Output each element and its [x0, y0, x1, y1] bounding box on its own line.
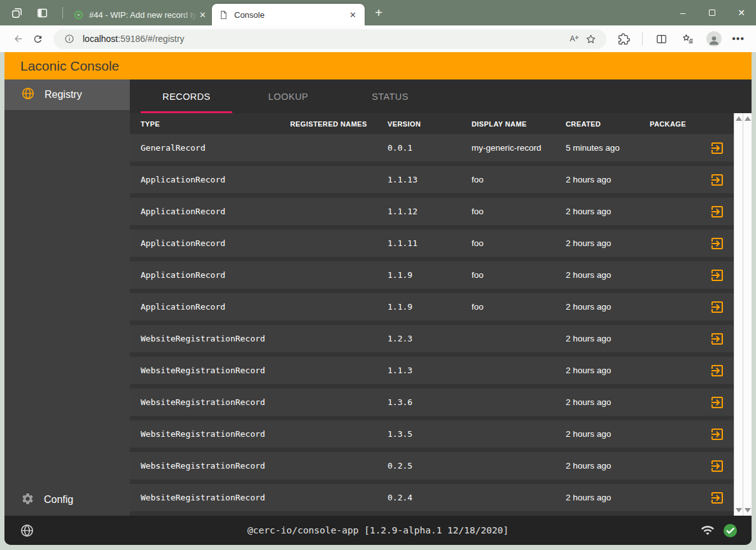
toolbar-separator	[642, 32, 643, 45]
document-icon	[218, 10, 229, 20]
cell-type: ApplicationRecord	[141, 207, 290, 216]
cell-type: WebsiteRegistrationRecord	[141, 429, 290, 439]
page-scrollbar[interactable]	[743, 113, 752, 516]
gear-icon	[21, 492, 34, 508]
scroll-up-icon[interactable]	[745, 116, 751, 121]
column-header: DISPLAY NAME	[472, 120, 566, 128]
sidebar: Registry Config	[4, 79, 130, 516]
sidebar-item-label: Registry	[45, 89, 82, 100]
cell-display-name: foo	[472, 238, 566, 248]
table-row[interactable]: ApplicationRecord 1.1.9 foo 2 hours ago	[130, 261, 734, 293]
exit-to-app-icon[interactable]	[710, 331, 725, 347]
page-title: Laconic Console	[20, 58, 119, 74]
table-row[interactable]: WebsiteRegistrationRecord 0.2.4 2 hours …	[130, 484, 734, 516]
table-row[interactable]: ApplicationRecord 1.1.12 foo 2 hours ago	[130, 198, 734, 230]
exit-to-app-icon[interactable]	[710, 172, 725, 188]
cell-type: ApplicationRecord	[141, 238, 290, 248]
new-tab-button[interactable]: +	[370, 4, 388, 22]
exit-to-app-icon[interactable]	[710, 458, 725, 474]
scroll-up-icon[interactable]	[736, 116, 742, 121]
registry-tabs: RECORDS LOOKUP STATUS	[130, 79, 752, 113]
close-tab-icon[interactable]: ✕	[347, 10, 358, 20]
table-row[interactable]: WebsiteRegistrationRecord 1.2.3 2 hours …	[130, 325, 734, 357]
cell-version: 0.2.5	[388, 461, 472, 471]
cell-created: 2 hours ago	[566, 302, 650, 312]
cell-display-name: foo	[472, 207, 566, 216]
column-header: PACKAGE	[650, 120, 734, 128]
refresh-icon[interactable]	[28, 29, 47, 48]
tab-status[interactable]: STATUS	[344, 79, 436, 113]
cell-created: 2 hours ago	[566, 429, 650, 439]
address-bar[interactable]: localhost:59186/#/registry A	[53, 29, 606, 49]
exit-to-app-icon[interactable]	[710, 427, 725, 442]
cell-created: 2 hours ago	[566, 461, 650, 471]
sidebar-item-config[interactable]: Config	[4, 485, 130, 514]
table-row[interactable]: WebsiteRegistrationRecord 1.3.5 2 hours …	[130, 420, 734, 452]
browser-tab-pr[interactable]: #44 - WIP: Add new record types ✕	[67, 4, 212, 25]
star-icon[interactable]	[582, 31, 599, 47]
browser-tab-console[interactable]: Console ✕	[212, 4, 365, 25]
collections-icon[interactable]	[680, 31, 696, 47]
exit-to-app-icon[interactable]	[710, 204, 725, 219]
puzzle-icon[interactable]	[615, 31, 632, 47]
exit-to-app-icon[interactable]	[710, 363, 725, 378]
table-header: TYPE REGISTERED NAMES VERSION DISPLAY NA…	[130, 113, 734, 134]
split-screen-icon[interactable]	[653, 31, 669, 47]
tab-lookup[interactable]: LOOKUP	[242, 79, 334, 113]
cell-created: 2 hours ago	[566, 207, 650, 216]
workspaces-icon[interactable]	[10, 6, 23, 19]
table-row[interactable]: GeneralRecord 0.0.1 my-generic-record 5 …	[130, 134, 734, 166]
cell-created: 2 hours ago	[566, 366, 650, 375]
avatar-icon[interactable]	[706, 31, 722, 46]
cell-display-name: my-generic-record	[472, 143, 566, 153]
cell-type: WebsiteRegistrationRecord	[141, 366, 290, 375]
read-aloud-icon[interactable]: A	[566, 31, 582, 47]
main-panel: RECORDS LOOKUP STATUS TYPE REGISTERED NA	[130, 79, 752, 516]
sidebar-item-label: Config	[44, 494, 73, 505]
titlebar-separator	[62, 7, 63, 18]
browser-window: #44 - WIP: Add new record types ✕ Consol…	[0, 0, 756, 550]
table-row[interactable]: WebsiteRegistrationRecord 1.1.3 2 hours …	[130, 357, 734, 388]
app-version-text: @cerc-io/console-app [1.2.9-alpha.1 12/1…	[4, 525, 752, 535]
maximize-button[interactable]	[697, 0, 727, 25]
cell-created: 2 hours ago	[566, 397, 650, 407]
close-button[interactable]: ✕	[727, 0, 756, 25]
table-row[interactable]: ApplicationRecord 1.1.13 foo 2 hours ago	[130, 166, 734, 198]
column-header: VERSION	[388, 120, 472, 128]
table-row[interactable]: WebsiteRegistrationRecord 1.3.6 2 hours …	[130, 388, 734, 420]
tab-records[interactable]: RECORDS	[141, 79, 232, 113]
cell-created: 2 hours ago	[566, 270, 650, 280]
table-row[interactable]: ApplicationRecord 1.1.9 foo 2 hours ago	[130, 293, 734, 325]
scroll-down-icon[interactable]	[745, 508, 751, 512]
browser-toolbar: localhost:59186/#/registry A	[0, 25, 756, 52]
inner-scrollbar[interactable]	[734, 113, 743, 516]
cell-created: 2 hours ago	[566, 334, 650, 343]
more-options-icon[interactable]: •••	[732, 33, 745, 45]
exit-to-app-icon[interactable]	[710, 236, 725, 251]
exit-to-app-icon[interactable]	[710, 299, 725, 315]
sidebar-item-registry[interactable]: Registry	[4, 79, 130, 110]
cell-version: 1.1.3	[388, 366, 472, 375]
table-row[interactable]: ApplicationRecord 1.1.11 foo 2 hours ago	[130, 230, 734, 261]
exit-to-app-icon[interactable]	[710, 490, 725, 505]
cell-type: ApplicationRecord	[141, 175, 290, 184]
tab-title: Console	[234, 10, 347, 20]
exit-to-app-icon[interactable]	[710, 395, 725, 410]
cell-type: WebsiteRegistrationRecord	[141, 461, 290, 471]
browser-titlebar: #44 - WIP: Add new record types ✕ Consol…	[0, 0, 756, 25]
exit-to-app-icon[interactable]	[710, 141, 725, 156]
info-icon[interactable]	[61, 31, 78, 47]
cell-version: 1.1.11	[388, 238, 472, 248]
pull-request-icon	[73, 10, 84, 20]
exit-to-app-icon[interactable]	[710, 268, 725, 283]
back-arrow-icon[interactable]	[9, 29, 28, 48]
minimize-button[interactable]: –	[668, 0, 697, 25]
vertical-tabs-icon[interactable]	[36, 6, 48, 19]
scroll-down-icon[interactable]	[736, 508, 742, 512]
cell-version: 1.1.9	[388, 302, 472, 312]
tab-title: #44 - WIP: Add new record types	[89, 10, 197, 20]
url-text: localhost:59186/#/registry	[83, 34, 185, 44]
close-tab-icon[interactable]: ✕	[197, 10, 208, 20]
table-row[interactable]: WebsiteRegistrationRecord 0.2.5 2 hours …	[130, 452, 734, 484]
cell-type: ApplicationRecord	[141, 270, 290, 280]
